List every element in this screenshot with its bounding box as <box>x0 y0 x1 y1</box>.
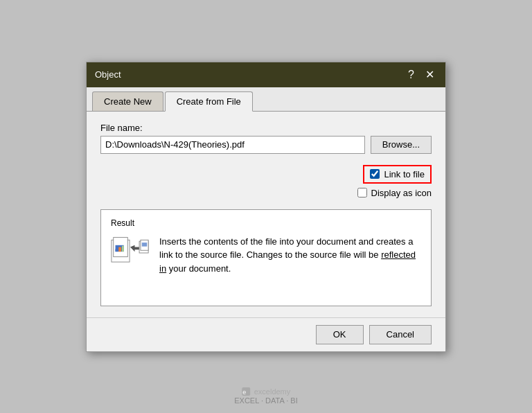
title-bar-controls: ? ✕ <box>405 69 437 80</box>
close-button[interactable]: ✕ <box>423 69 437 80</box>
tab-create-new[interactable]: Create New <box>92 91 163 111</box>
title-bar: Object ? ✕ <box>87 62 445 87</box>
watermark-icon: e <box>242 387 251 396</box>
result-content: Inserts the contents of the file into yo… <box>111 235 421 276</box>
link-to-file-label[interactable]: Link to file <box>384 169 425 179</box>
result-icon <box>111 235 150 271</box>
svg-marker-6 <box>130 245 139 251</box>
tab-create-from-file[interactable]: Create from File <box>165 91 253 112</box>
options-section: Link to file Display as icon <box>100 165 432 198</box>
file-label: File name: <box>100 123 432 133</box>
watermark-logo: e exceldemy <box>234 387 298 396</box>
link-to-file-checkbox[interactable] <box>370 169 380 179</box>
dialog-footer: OK Cancel <box>87 317 445 351</box>
result-section: Result <box>100 209 432 306</box>
display-as-icon-checkbox[interactable] <box>357 188 367 197</box>
ok-button[interactable]: OK <box>316 325 364 344</box>
tab-bar: Create New Create from File <box>87 87 445 112</box>
link-to-file-row: Link to file <box>370 169 425 179</box>
svg-rect-10 <box>242 387 251 396</box>
svg-rect-5 <box>122 245 124 251</box>
display-as-icon-row: Display as icon <box>357 188 432 198</box>
watermark: e exceldemy EXCEL · DATA · BI <box>234 387 298 405</box>
file-name-input[interactable] <box>100 136 365 154</box>
watermark-subtitle: EXCEL · DATA · BI <box>234 396 298 405</box>
browse-button[interactable]: Browse... <box>371 136 432 154</box>
watermark-text: exceldemy <box>254 387 291 396</box>
dialog-body: File name: Browse... Link to file Displa… <box>87 112 445 317</box>
svg-rect-4 <box>118 247 121 252</box>
svg-rect-3 <box>116 249 118 252</box>
cancel-button[interactable]: Cancel <box>369 325 432 344</box>
help-button[interactable]: ? <box>405 69 417 80</box>
file-row: Browse... <box>100 136 432 154</box>
svg-rect-9 <box>142 243 147 247</box>
result-description: Inserts the contents of the file into yo… <box>159 235 421 276</box>
result-title: Result <box>111 218 421 228</box>
object-dialog: Object ? ✕ Create New Create from File F… <box>86 62 446 352</box>
display-as-icon-label[interactable]: Display as icon <box>371 188 432 198</box>
svg-text:e: e <box>243 389 247 396</box>
link-to-file-box: Link to file <box>363 165 432 184</box>
dialog-title: Object <box>95 69 121 80</box>
